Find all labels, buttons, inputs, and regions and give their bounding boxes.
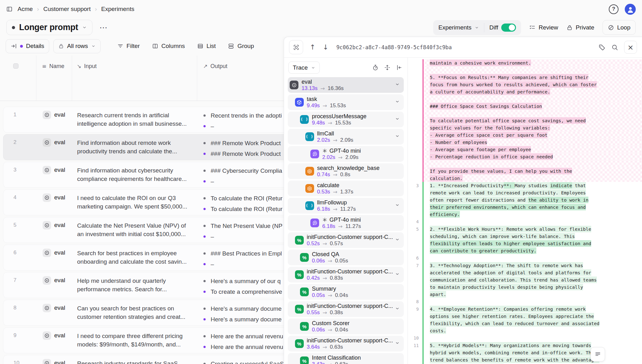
filter-button[interactable]: Filter <box>113 43 144 50</box>
loop-button[interactable]: Loop <box>603 20 636 35</box>
rows-filter-dropdown[interactable]: All rows <box>53 39 101 53</box>
trace-span-row[interactable]: eval13.13s→16.36s <box>288 77 404 93</box>
trace-span-row[interactable]: calculate0.53s→1.37s <box>288 181 404 196</box>
openai-logo-icon <box>322 217 327 222</box>
trace-span-row[interactable]: %Intent Classification3.43s→0.63s <box>288 353 404 364</box>
diff-line-number: 4 <box>408 218 423 225</box>
next-row-button[interactable]: ↓ <box>322 43 329 51</box>
row-output-base: ### Cybersecurity Complia <box>211 167 282 174</box>
row-input: Search for best practices in employee on… <box>72 245 197 270</box>
trace-span-row[interactable]: ( )llmFollowup6.18s→11.27s <box>288 198 404 214</box>
private-button[interactable]: Private <box>566 24 594 31</box>
trace-span-row[interactable]: %initFunction-Customer support-C...3.64s… <box>288 336 404 351</box>
row-output-experiment: To calculate the ROI (Retur <box>211 206 282 213</box>
row-name: eval <box>54 138 65 146</box>
tag-icon[interactable] <box>598 44 605 51</box>
trace-span-row[interactable]: ( )llmCall2.02s→2.09s <box>288 129 404 145</box>
diff-line-text: ### Office Space Cost Savings Calculatio… <box>430 103 599 110</box>
review-button[interactable]: Review <box>529 24 558 31</box>
trace-span-row[interactable]: search_knowledge_base0.74s→0.8s <box>288 163 404 179</box>
search-icon[interactable] <box>611 44 618 51</box>
experiment-bullet <box>203 318 206 320</box>
collapse-vertical-icon[interactable] <box>384 64 391 71</box>
span-duration-base: 0.52s <box>307 240 320 247</box>
sidebar-toggle-icon[interactable] <box>6 6 13 12</box>
close-panel-button[interactable]: × <box>624 41 637 54</box>
trace-view-label: Trace <box>293 64 308 71</box>
arrow-right-icon: → <box>323 103 327 109</box>
base-bullet <box>203 280 206 282</box>
prev-row-button[interactable]: ↑ <box>309 43 316 51</box>
expand-trace-button[interactable] <box>289 40 303 54</box>
base-bullet <box>203 170 206 172</box>
trace-span-row[interactable]: %Summary0.05s→0.04s <box>288 284 404 300</box>
row-input: Find information about cybersecurity com… <box>72 162 197 187</box>
trace-span-row[interactable]: GPT-4o mini6.18s→11.27s <box>288 215 404 231</box>
diff-line-text: 1. **Increased Productivity**: Many stud… <box>430 182 599 218</box>
span-duration-base: 3.64s <box>307 344 320 350</box>
percent-icon: % <box>295 236 304 245</box>
avatar[interactable] <box>625 4 636 15</box>
span-durations: 0.42s→0.83s <box>307 275 393 281</box>
outline-fab-button[interactable] <box>591 347 605 361</box>
trace-span-row[interactable]: GPT-4o mini2.02s→2.09s <box>288 146 404 162</box>
diff-removed-line <box>408 110 642 117</box>
trace-span-row[interactable]: %initFunction-Customer support-C...0.52s… <box>288 232 404 248</box>
group-button[interactable]: Group <box>224 43 258 50</box>
diff-removed-line: If you provide these values, I can help … <box>408 167 642 182</box>
experiment-bullet <box>203 235 206 238</box>
span-duration-base: 6.18s <box>322 223 335 229</box>
arrow-right-icon: → <box>328 258 332 264</box>
trace-span-row[interactable]: task9.49s→15.53s <box>288 94 404 110</box>
span-duration-comparison: 16.36s <box>328 85 344 92</box>
diff-added-line: 73. **Technology Adoption**: The shift t… <box>408 262 642 298</box>
diff-added-line: 115. **Hybrid Models**: Many organizatio… <box>408 342 642 364</box>
span-name: processUserMessage <box>312 113 366 120</box>
trace-span-row[interactable]: %Closed QA0.06s→0.05s <box>288 250 404 265</box>
diff-line-number <box>408 167 423 182</box>
rows-filter-label: All rows <box>67 43 88 50</box>
diff-toggle[interactable] <box>501 24 516 32</box>
row-number: 1 <box>3 107 37 132</box>
arrow-right-icon: → <box>333 189 337 195</box>
collapse-left-icon[interactable] <box>396 64 403 71</box>
span-duration-comparison: 0.04s <box>335 292 348 298</box>
filter-lines-icon <box>117 43 124 49</box>
breadcrumb-section[interactable]: Experiments <box>101 6 134 13</box>
span-name: GPT-4o mini <box>322 148 361 154</box>
details-button[interactable]: Details <box>6 39 49 53</box>
breadcrumb-project[interactable]: Customer support <box>43 6 91 13</box>
filter-label: Filter <box>127 43 140 50</box>
view-mode-dropdown[interactable]: Experiments <box>433 20 484 35</box>
diff-added-line: 94. **Employee Retention**: Companies of… <box>408 305 642 334</box>
columns-button[interactable]: Columns <box>148 43 189 50</box>
span-duration-base: 6.18s <box>317 206 330 212</box>
row-name: eval <box>54 359 65 364</box>
span-duration-comparison: 2.09s <box>340 137 353 143</box>
row-input: Help me understand our quarterly perform… <box>72 272 197 298</box>
row-input: Can you search for best practices on cus… <box>72 300 197 325</box>
overflow-menu-button[interactable]: ⋯ <box>97 23 109 32</box>
column-header-input[interactable]: ↘Input <box>72 55 197 101</box>
select-all-checkbox[interactable] <box>13 63 18 69</box>
target-icon <box>43 111 51 119</box>
column-header-name[interactable]: ≡Name <box>36 55 72 101</box>
chevron-down-icon <box>395 134 400 140</box>
help-button[interactable]: ? <box>609 4 618 14</box>
details-label: Details <box>26 43 44 50</box>
breadcrumb-org[interactable]: Acme <box>18 6 33 13</box>
trace-span-row[interactable]: ( )processUserMessage9.48s→15.53s <box>288 112 404 127</box>
target-icon <box>43 166 51 174</box>
checklist-icon <box>529 24 535 31</box>
row-number: 3 <box>3 162 37 187</box>
trace-span-row[interactable]: %Custom Scorer0.06s→0.04s <box>288 319 404 334</box>
function-icon: ( ) <box>305 132 314 141</box>
stopwatch-icon[interactable] <box>372 64 379 71</box>
row-number: 7 <box>3 272 37 298</box>
trace-view-dropdown[interactable]: Trace <box>288 61 320 74</box>
list-button[interactable]: List <box>193 43 220 50</box>
experiment-selector[interactable]: Longer prompt <box>6 20 92 35</box>
trace-span-row[interactable]: %initFunction-Customer support-C...0.55s… <box>288 301 404 317</box>
diff-line-number: 5 <box>408 225 423 254</box>
trace-span-row[interactable]: %initFunction-Customer support-C...0.42s… <box>288 267 404 282</box>
